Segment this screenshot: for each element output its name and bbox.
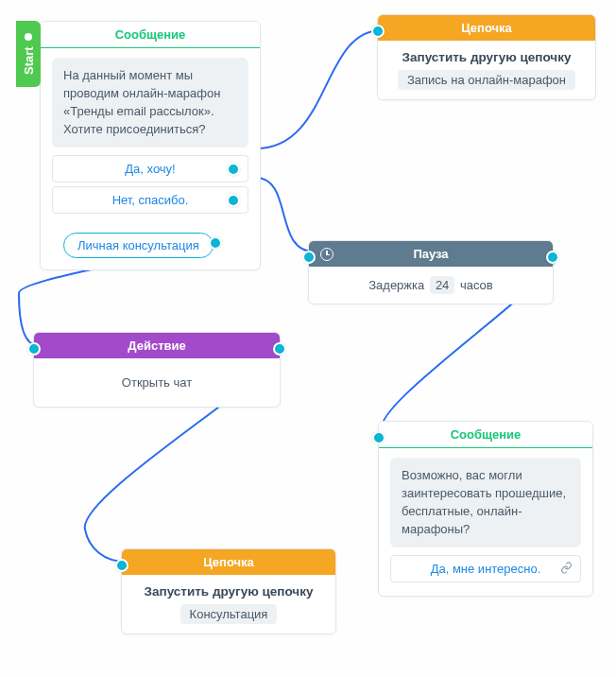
option-label: Нет, спасибо. xyxy=(112,193,189,207)
input-port-icon[interactable] xyxy=(27,342,41,356)
node-header: Действие xyxy=(34,333,280,358)
output-port-icon[interactable] xyxy=(227,194,240,207)
chain-title: Запустить другую цепочку xyxy=(133,584,324,599)
node-header: Цепочка xyxy=(378,15,595,41)
node-message-2[interactable]: Сообщение Возможно, вас могли заинтересо… xyxy=(378,421,593,597)
start-dot-icon xyxy=(25,33,32,41)
delay-prefix: Задержка xyxy=(368,278,424,292)
input-port-icon[interactable] xyxy=(115,559,128,572)
delay-suffix: часов xyxy=(460,278,493,292)
output-port-icon[interactable] xyxy=(546,251,559,264)
node-header: Цепочка xyxy=(122,549,335,575)
input-port-icon[interactable] xyxy=(302,251,316,264)
output-port-icon[interactable] xyxy=(273,342,286,356)
option-label: Да, хочу! xyxy=(125,162,175,176)
output-port-icon[interactable] xyxy=(209,236,222,250)
delay-value: 24 xyxy=(430,276,454,294)
message-text: На данный момент мы проводим онлайн-мара… xyxy=(52,58,248,148)
option-no[interactable]: Нет, спасибо. xyxy=(52,186,248,214)
option-label: Да, мне интересно. xyxy=(431,562,541,576)
consult-pill[interactable]: Личная консультация xyxy=(63,233,214,258)
chain-title: Запустить другую цепочку xyxy=(389,50,584,64)
node-header: Пауза xyxy=(309,241,553,267)
output-port-icon[interactable] xyxy=(227,163,240,176)
action-text: Открыть чат xyxy=(122,375,192,390)
input-port-icon[interactable] xyxy=(372,431,385,444)
node-action[interactable]: Действие Открыть чат xyxy=(33,332,281,408)
chain-value: Запись на онлайн-марафон xyxy=(398,70,575,90)
node-chain-2[interactable]: Цепочка Запустить другую цепочку Консуль… xyxy=(121,548,336,634)
node-header: Сообщение xyxy=(41,22,260,48)
clock-icon xyxy=(320,248,334,261)
pause-header-label: Пауза xyxy=(413,247,448,261)
input-port-icon[interactable] xyxy=(371,25,385,38)
node-chain-1[interactable]: Цепочка Запустить другую цепочку Запись … xyxy=(377,14,596,100)
chain-value: Консультация xyxy=(180,604,278,624)
node-header: Сообщение xyxy=(379,422,592,448)
start-label: Start xyxy=(22,46,36,75)
message-text: Возможно, вас могли заинтересовать проше… xyxy=(390,458,581,547)
start-badge: Start xyxy=(16,21,41,87)
node-pause[interactable]: Пауза Задержка 24 часов xyxy=(308,240,554,304)
option-interested[interactable]: Да, мне интересно. xyxy=(390,555,581,582)
link-icon xyxy=(560,562,573,577)
option-yes[interactable]: Да, хочу! xyxy=(52,155,248,182)
node-message-1[interactable]: Start Сообщение На данный момент мы пров… xyxy=(40,21,261,270)
